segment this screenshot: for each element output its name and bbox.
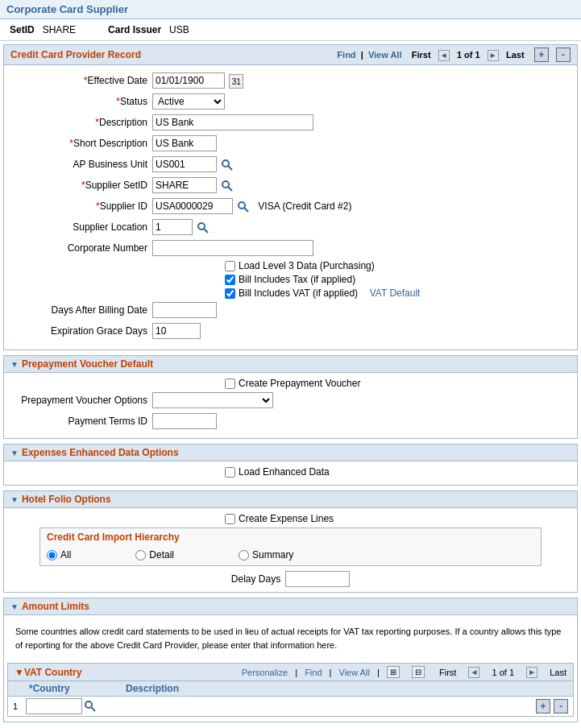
detail-label: Detail <box>149 549 174 560</box>
status-label: *Status <box>7 96 152 107</box>
hotel-folio-section-header[interactable]: ▼ Hotel Folio Options <box>3 490 578 508</box>
ap-bu-row: AP Business Unit <box>7 155 574 173</box>
svg-line-5 <box>244 208 248 212</box>
ap-bu-input[interactable] <box>152 156 217 172</box>
corporate-number-row: Corporate Number <box>7 239 574 257</box>
supplier-id-input[interactable] <box>152 198 233 214</box>
prepayment-options-select[interactable] <box>152 392 273 408</box>
summary-radio[interactable] <box>239 550 249 560</box>
delay-days-row: Delay Days <box>7 571 574 587</box>
vat-country-input[interactable] <box>26 698 82 714</box>
days-after-billing-input[interactable] <box>152 302 217 318</box>
vat-next-arrow[interactable]: ► <box>526 667 537 678</box>
days-after-billing-label: Days After Billing Date <box>7 304 152 316</box>
last-label[interactable]: Last <box>506 50 525 60</box>
prev-arrow[interactable]: ◄ <box>438 50 450 61</box>
bill-includes-tax-row: Bill Includes Tax (if applied) <box>7 274 574 285</box>
corporate-number-input[interactable] <box>152 240 313 256</box>
vat-country-title: VAT Country <box>24 667 82 678</box>
expiration-grace-input[interactable] <box>152 323 201 339</box>
supplier-id-note: VISA (Credit Card #2) <box>258 201 351 212</box>
summary-option: Summary <box>239 549 293 560</box>
description-row: *Description <box>7 114 574 131</box>
supplier-location-input[interactable] <box>152 219 193 235</box>
payment-terms-row: Payment Terms ID <box>7 412 574 430</box>
calendar-icon[interactable]: 31 <box>229 74 243 89</box>
vat-view-all-link[interactable]: View All <box>339 668 370 677</box>
supplier-id-control: VISA (Credit Card #2) <box>152 198 351 214</box>
payment-terms-label: Payment Terms ID <box>7 416 152 427</box>
supplier-setid-lookup-icon[interactable] <box>221 180 234 192</box>
next-arrow[interactable]: ► <box>488 50 499 61</box>
status-select[interactable]: Active Inactive <box>152 93 225 110</box>
amount-limits-toggle-icon: ▼ <box>10 602 19 611</box>
supplier-setid-input[interactable] <box>152 177 217 193</box>
vat-default-link[interactable]: VAT Default <box>370 287 421 299</box>
prepayment-section-title: Prepayment Voucher Default <box>22 358 153 370</box>
setid-label: SetID <box>10 24 35 35</box>
bill-includes-vat-checkbox[interactable] <box>225 288 235 299</box>
create-prepayment-row: Create Prepayment Voucher <box>7 378 574 389</box>
vat-grid-icon[interactable]: ⊟ <box>412 666 425 678</box>
detail-option: Detail <box>135 549 174 560</box>
create-prepayment-label: Create Prepayment Voucher <box>239 378 360 389</box>
vat-find-link[interactable]: Find <box>305 668 322 677</box>
expenses-section: ▼ Expenses Enhanced Data Options Load En… <box>3 444 578 486</box>
svg-line-1 <box>228 166 232 170</box>
prepayment-section-header[interactable]: ▼ Prepayment Voucher Default <box>3 355 578 373</box>
vat-country-lookup-icon[interactable] <box>84 700 97 713</box>
prepayment-section-body: Create Prepayment Voucher Prepayment Vou… <box>3 373 578 439</box>
vat-remove-row-btn[interactable]: - <box>554 699 568 714</box>
effective-date-input[interactable] <box>152 72 225 89</box>
vat-desc-col-header: Description <box>126 683 568 694</box>
expenses-section-header[interactable]: ▼ Expenses Enhanced Data Options <box>3 444 578 461</box>
short-desc-label: *Short Description <box>7 138 152 149</box>
load-enhanced-row: Load Enhanced Data <box>7 466 574 478</box>
vat-personalize-link[interactable]: Personalize <box>242 668 288 677</box>
vat-nav-of: 1 of 1 <box>492 668 515 677</box>
hotel-folio-toggle-icon: ▼ <box>10 495 19 504</box>
supplier-location-lookup-icon[interactable] <box>197 221 210 234</box>
create-prepayment-checkbox[interactable] <box>225 378 235 389</box>
detail-radio[interactable] <box>135 550 146 560</box>
card-issuer-value: USB <box>169 24 189 35</box>
expenses-section-body: Load Enhanced Data <box>3 461 578 486</box>
nav-of: 1 of 1 <box>457 50 480 60</box>
view-all-link[interactable]: View All <box>368 50 402 60</box>
days-after-billing-row: Days After Billing Date <box>7 301 574 319</box>
delay-days-input[interactable] <box>285 571 350 587</box>
description-label: *Description <box>7 117 152 128</box>
load-enhanced-checkbox[interactable] <box>225 467 235 478</box>
bill-includes-vat-label: Bill Includes VAT (if applied) <box>239 287 358 299</box>
svg-point-8 <box>85 701 92 708</box>
add-record-btn[interactable]: + <box>534 48 549 62</box>
create-expense-lines-label: Create Expense Lines <box>239 513 334 524</box>
amount-limits-section-header[interactable]: ▼ Amount Limits <box>3 598 578 615</box>
vat-first-label[interactable]: First <box>439 668 456 677</box>
load-level3-checkbox[interactable] <box>225 261 235 271</box>
amount-limits-text: Some countries allow credit card stateme… <box>7 620 574 656</box>
description-input[interactable] <box>152 114 313 130</box>
ap-bu-lookup-icon[interactable] <box>221 159 234 172</box>
bill-includes-vat-row: Bill Includes VAT (if applied) VAT Defau… <box>7 287 574 299</box>
create-expense-lines-row: Create Expense Lines <box>7 513 574 524</box>
supplier-id-lookup-icon[interactable] <box>237 201 250 213</box>
short-desc-input[interactable] <box>152 135 217 151</box>
vat-country-section: ▼ VAT Country Personalize | Find | View … <box>7 663 574 717</box>
first-label[interactable]: First <box>412 50 431 60</box>
vat-add-row-btn[interactable]: + <box>536 699 550 714</box>
vat-export-icon[interactable]: ⊞ <box>387 666 400 678</box>
all-radio[interactable] <box>47 550 57 560</box>
vat-last-label[interactable]: Last <box>550 668 566 677</box>
remove-record-btn[interactable]: - <box>556 48 571 62</box>
hierarchy-box: Credit Card Import Hierarchy All Detail … <box>39 527 542 566</box>
supplier-location-row: Supplier Location <box>7 218 574 236</box>
load-level3-label: Load Level 3 Data (Purchasing) <box>239 260 375 271</box>
create-expense-lines-checkbox[interactable] <box>225 514 235 524</box>
bill-includes-tax-checkbox[interactable] <box>225 275 235 285</box>
vat-prev-arrow[interactable]: ◄ <box>468 667 479 678</box>
payment-terms-input[interactable] <box>152 413 217 429</box>
vat-table-row: 1 + - <box>7 697 574 717</box>
find-link[interactable]: Find <box>337 50 355 60</box>
hotel-folio-section-title: Hotel Folio Options <box>22 494 111 505</box>
